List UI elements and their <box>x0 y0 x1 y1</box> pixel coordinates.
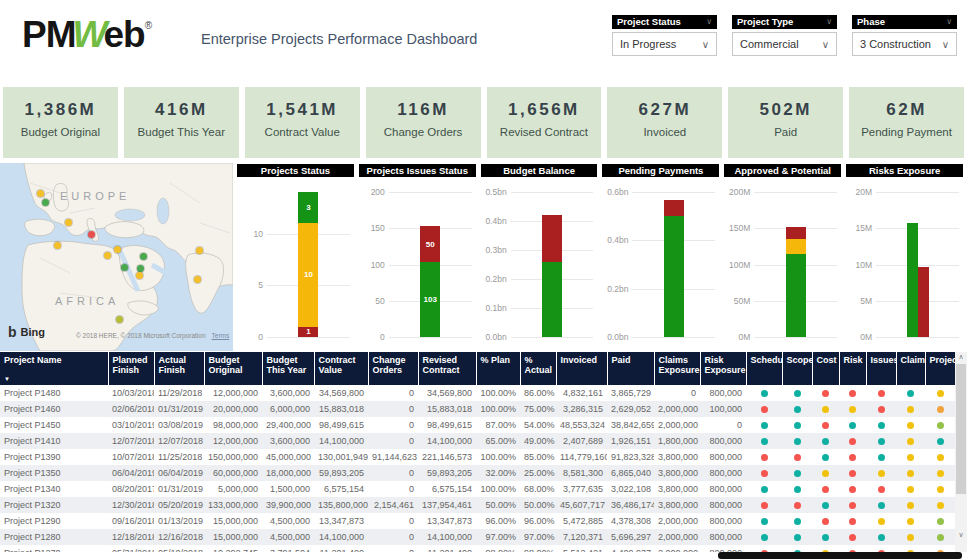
filter-phase-dropdown[interactable]: 3 Construction∨ <box>852 32 957 56</box>
column-header-revised-contract[interactable]: Revised Contract <box>418 352 476 385</box>
terms-link[interactable]: Terms <box>212 332 230 339</box>
status-cell <box>866 481 896 497</box>
value-cell: 13,347,873 <box>314 513 368 529</box>
map-project-dot[interactable] <box>65 219 72 226</box>
column-header-invoiced[interactable]: Invoiced <box>556 352 607 385</box>
table-row[interactable]: Project P132012/30/201805/20/2019133,000… <box>0 497 955 513</box>
status-dot-red <box>849 502 856 509</box>
column-header-budget-original[interactable]: Budget Original <box>204 352 262 385</box>
status-cell <box>782 401 812 417</box>
bar-segment-green[interactable]: 103 <box>420 262 440 337</box>
map-project-dot[interactable] <box>37 190 44 197</box>
map-project-dot[interactable] <box>54 242 61 249</box>
filter-project-status-header[interactable]: Project Status∨ <box>612 15 717 29</box>
map-label-europe: EUROPE <box>60 190 130 202</box>
table-row[interactable]: Project P139010/07/201811/25/2018150,000… <box>0 449 955 465</box>
filter-phase-header[interactable]: Phase∨ <box>852 15 957 29</box>
bar-segment-yellow[interactable]: 10 <box>298 223 318 326</box>
value-cell: 29,400,000 <box>262 417 314 433</box>
filter-project-type-dropdown[interactable]: Commercial∨ <box>732 32 837 56</box>
column-header-project-name[interactable]: Project Name▼ <box>0 352 108 385</box>
bar-segment-red[interactable] <box>918 267 929 337</box>
column-header-cost[interactable]: Cost <box>812 352 839 385</box>
table-row[interactable]: Project P148010/03/201811/29/201812,000,… <box>0 385 955 401</box>
column-header-actual[interactable]: % Actual <box>520 352 556 385</box>
bar-segment-green[interactable]: 3 <box>298 192 318 223</box>
filter-project-status-dropdown[interactable]: In Progress∨ <box>612 32 717 56</box>
stacked-bar[interactable] <box>664 200 684 337</box>
map-project-dot[interactable] <box>137 265 144 272</box>
map-project-dot[interactable] <box>194 276 201 283</box>
chevron-down-icon: ∨ <box>946 15 952 29</box>
status-dot-teal <box>878 502 885 509</box>
value-cell: 3,791,504 <box>262 545 314 552</box>
projects-map[interactable]: EUROPE AFRICA bBing © 2018 HERE, © 2018 … <box>0 163 233 351</box>
value-cell: 100.00% <box>476 449 520 465</box>
bar-segment-red[interactable]: 1 <box>298 327 318 337</box>
column-header-planned-finish[interactable]: Planned Finish <box>108 352 154 385</box>
map-project-dot[interactable] <box>42 199 49 206</box>
column-header-risk-exposure[interactable]: Risk Exposure <box>700 352 746 385</box>
kpi-value: 502M <box>728 100 843 120</box>
status-cell <box>866 433 896 449</box>
status-cell <box>896 529 925 545</box>
column-header-risk[interactable]: Risk <box>839 352 866 385</box>
map-project-dot[interactable] <box>116 316 123 323</box>
scroll-down-icon[interactable]: ∨ <box>955 530 967 540</box>
column-header-change-orders[interactable]: Change Orders <box>368 352 418 385</box>
table-row[interactable]: Project P146002/06/201801/31/201920,000,… <box>0 401 955 417</box>
column-header-plan[interactable]: % Plan <box>476 352 520 385</box>
map-project-dot[interactable] <box>114 246 121 253</box>
bar-segment-red[interactable]: 50 <box>420 226 440 262</box>
map-project-dot[interactable] <box>140 253 147 260</box>
column-header-paid[interactable]: Paid <box>607 352 654 385</box>
table-row[interactable]: Project P145003/10/201903/08/201998,000,… <box>0 417 955 433</box>
kpi-value: 1,386M <box>3 100 118 120</box>
stacked-bar[interactable] <box>786 227 806 337</box>
bar-segment-yellow[interactable] <box>786 239 806 253</box>
map-project-dot[interactable] <box>196 247 203 254</box>
status-dot-red <box>794 454 801 461</box>
bar-segment-red[interactable] <box>664 200 684 216</box>
value-cell: 85.00% <box>520 449 556 465</box>
table-row[interactable]: Project P134008/20/201701/31/20195,000,0… <box>0 481 955 497</box>
bar-segment-red[interactable] <box>786 227 806 239</box>
map-project-dot[interactable] <box>121 264 128 271</box>
table-row[interactable]: Project P135006/04/201906/04/201960,000,… <box>0 465 955 481</box>
column-header-actual-finish[interactable]: Actual Finish <box>154 352 204 385</box>
map-project-dot[interactable] <box>136 272 143 279</box>
stacked-bar[interactable]: 1103 <box>298 192 318 337</box>
value-cell: 98,499,615 <box>314 417 368 433</box>
column-header-claims-exposure[interactable]: Claims Exposure <box>654 352 700 385</box>
bar-segment-green[interactable] <box>542 262 562 337</box>
map-project-dot[interactable] <box>104 252 111 259</box>
column-header-issues[interactable]: Issues <box>866 352 896 385</box>
column-header-budget-this-year[interactable]: Budget This Year <box>262 352 314 385</box>
column-header-claims[interactable]: Claims <box>896 352 925 385</box>
vertical-scrollbar[interactable]: ∧ ∨ <box>955 352 967 552</box>
table-row[interactable]: Project P128012/18/201812/16/201815,000,… <box>0 529 955 545</box>
stacked-bar[interactable] <box>542 215 562 337</box>
table-row[interactable]: Project P127005/31/201805/10/201810,292,… <box>0 545 955 552</box>
filter-project-type-header[interactable]: Project Type∨ <box>732 15 837 29</box>
scroll-up-icon[interactable]: ∧ <box>955 352 967 362</box>
map-project-dot[interactable] <box>88 231 95 238</box>
bar-segment-red[interactable] <box>542 215 562 261</box>
bar-segment-green[interactable] <box>786 254 806 337</box>
table-row[interactable]: Project P129009/16/201801/13/201915,000,… <box>0 513 955 529</box>
column-header-scope[interactable]: Scope <box>782 352 812 385</box>
project-name-cell: Project P1280 <box>0 529 108 545</box>
horizontal-scrollbar[interactable] <box>718 552 962 559</box>
bar-segment-green[interactable] <box>907 223 918 337</box>
chart-approved-potential: Approved & Potential0M50M100M150M200M <box>724 164 841 351</box>
table-row[interactable]: Project P141012/07/201812/07/201812,000,… <box>0 433 955 449</box>
stacked-bar[interactable] <box>907 223 918 337</box>
column-header-schedule[interactable]: Schedule <box>746 352 782 385</box>
scrollbar-thumb[interactable] <box>956 364 966 494</box>
stacked-bar[interactable]: 10350 <box>420 226 440 337</box>
column-header-contract-value[interactable]: Contract Value <box>314 352 368 385</box>
stacked-bar[interactable] <box>918 267 929 337</box>
column-header-project[interactable]: Project <box>925 352 955 385</box>
bar-segment-green[interactable] <box>664 216 684 337</box>
status-dot-yellow <box>849 406 856 413</box>
